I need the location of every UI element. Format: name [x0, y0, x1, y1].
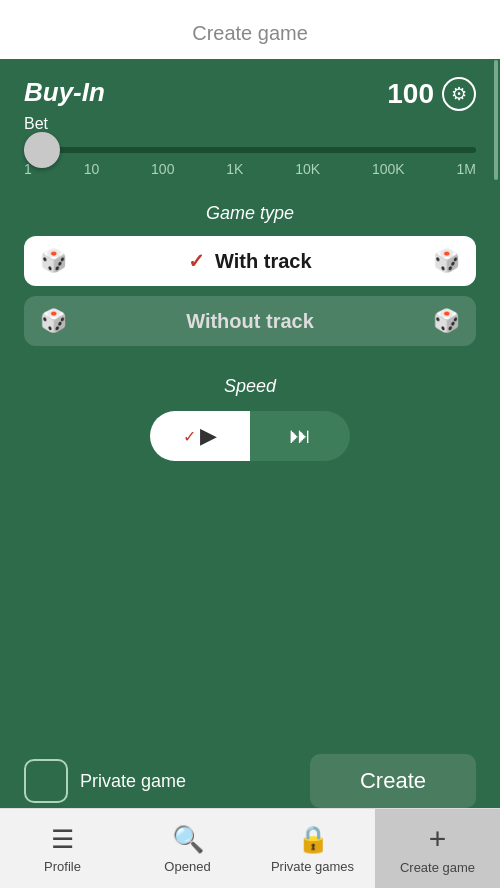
- speed-toggle: ✓ ▶ ⏭: [24, 411, 476, 461]
- nav-create-label: Create game: [400, 860, 475, 875]
- game-type-title: Game type: [24, 203, 476, 224]
- buyin-value-row: 100 ⚙: [387, 77, 476, 111]
- slider-label-1k: 1K: [226, 161, 243, 177]
- scrollbar: [494, 60, 498, 180]
- slider-labels: 1 10 100 1K 10K 100K 1M: [24, 161, 476, 177]
- speed-fast-icon: ⏭: [289, 423, 311, 449]
- slider-thumb[interactable]: [24, 132, 60, 168]
- speed-normal-icon: ▶: [200, 423, 217, 449]
- lock-icon: 🔒: [297, 824, 329, 855]
- bottom-nav: ☰ Profile 🔍 Opened 🔒 Private games + Cre…: [0, 808, 500, 888]
- private-game-checkbox[interactable]: [24, 759, 68, 803]
- nav-create-game[interactable]: + Create game: [375, 809, 500, 888]
- speed-normal-btn[interactable]: ✓ ▶: [150, 411, 250, 461]
- speed-title: Speed: [24, 376, 476, 397]
- game-type-without-track[interactable]: 🎲 Without track 🎲: [24, 296, 476, 346]
- nav-opened[interactable]: 🔍 Opened: [125, 809, 250, 888]
- buyin-row: Buy-In 100 ⚙: [24, 77, 476, 111]
- plus-icon: +: [429, 822, 447, 856]
- gear-icon[interactable]: ⚙: [442, 77, 476, 111]
- speed-section: Speed ✓ ▶ ⏭: [24, 376, 476, 461]
- check-mark-with-track: ✓: [188, 250, 205, 272]
- nav-private-games[interactable]: 🔒 Private games: [250, 809, 375, 888]
- page-title: Create game: [192, 22, 308, 44]
- dice-icon-left-2: 🎲: [40, 308, 67, 334]
- buyin-label: Buy-In: [24, 77, 105, 108]
- action-row: Private game Create: [24, 754, 476, 808]
- slider-label-100k: 100K: [372, 161, 405, 177]
- search-icon: 🔍: [172, 824, 204, 855]
- buyin-value: 100: [387, 78, 434, 110]
- without-track-label: Without track: [67, 310, 433, 333]
- speed-fast-btn[interactable]: ⏭: [250, 411, 350, 461]
- nav-opened-label: Opened: [164, 859, 210, 874]
- slider-label-10: 10: [84, 161, 100, 177]
- nav-profile[interactable]: ☰ Profile: [0, 809, 125, 888]
- dice-icon-left: 🎲: [40, 248, 67, 274]
- game-type-with-track[interactable]: 🎲 ✓ With track 🎲: [24, 236, 476, 286]
- nav-profile-label: Profile: [44, 859, 81, 874]
- bet-label: Bet: [24, 115, 476, 133]
- slider-label-1m: 1M: [457, 161, 476, 177]
- private-game-wrap: Private game: [24, 759, 186, 803]
- page-header: Create game: [0, 0, 500, 59]
- nav-private-label: Private games: [271, 859, 354, 874]
- slider-track: [24, 147, 476, 153]
- create-button[interactable]: Create: [310, 754, 476, 808]
- with-track-label: ✓ With track: [67, 249, 433, 273]
- private-game-label: Private game: [80, 771, 186, 792]
- speed-check-icon: ✓: [183, 427, 196, 446]
- profile-icon: ☰: [51, 824, 74, 855]
- slider-label-10k: 10K: [295, 161, 320, 177]
- slider-label-100: 100: [151, 161, 174, 177]
- slider-container[interactable]: 1 10 100 1K 10K 100K 1M: [24, 143, 476, 179]
- main-content: Buy-In 100 ⚙ Bet 1 10 100 1K 10K 100K 1M…: [0, 59, 500, 479]
- dice-icon-right-2: 🎲: [433, 308, 460, 334]
- dice-icon-right: 🎲: [433, 248, 460, 274]
